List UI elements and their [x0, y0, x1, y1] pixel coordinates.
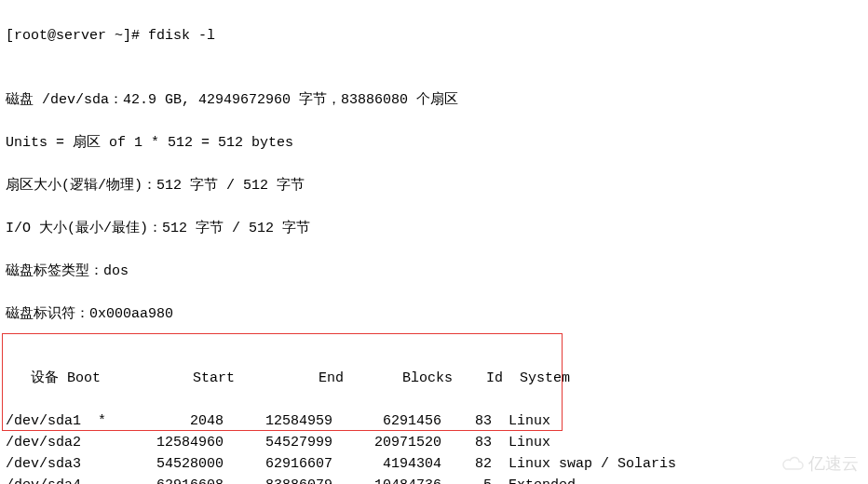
watermark: 亿速云: [780, 453, 859, 475]
prompt-line[interactable]: [root@server ~]# fdisk -l: [6, 25, 862, 47]
table-row: /dev/sda3 54528000 62916607 4194304 82 L…: [6, 453, 862, 475]
disk-sda-io: I/O 大小(最小/最佳)：512 字节 / 512 字节: [6, 218, 862, 239]
table-row: /dev/sda1 * 2048 12584959 6291456 83 Lin…: [6, 410, 862, 432]
terminal-output: [root@server ~]# fdisk -l 磁盘 /dev/sda：42…: [0, 0, 868, 484]
cloud-icon: [780, 456, 805, 473]
disk-sda-labeltype: 磁盘标签类型：dos: [6, 261, 862, 282]
disk-sda-units: Units = 扇区 of 1 * 512 = 512 bytes: [6, 132, 862, 154]
table-row: /dev/sda2 12584960 54527999 20971520 83 …: [6, 432, 862, 453]
table-row: /dev/sda4 62916608 83886079 10484736 5 E…: [6, 475, 862, 484]
partition-table-header: 设备 Boot Start End Blocks Id System: [6, 368, 862, 389]
disk-sda-header: 磁盘 /dev/sda：42.9 GB, 42949672960 字节，8388…: [6, 89, 862, 111]
watermark-text: 亿速云: [808, 453, 859, 475]
disk-sda-sector: 扇区大小(逻辑/物理)：512 字节 / 512 字节: [6, 175, 862, 196]
disk-sda-identifier: 磁盘标识符：0x000aa980: [6, 303, 862, 325]
